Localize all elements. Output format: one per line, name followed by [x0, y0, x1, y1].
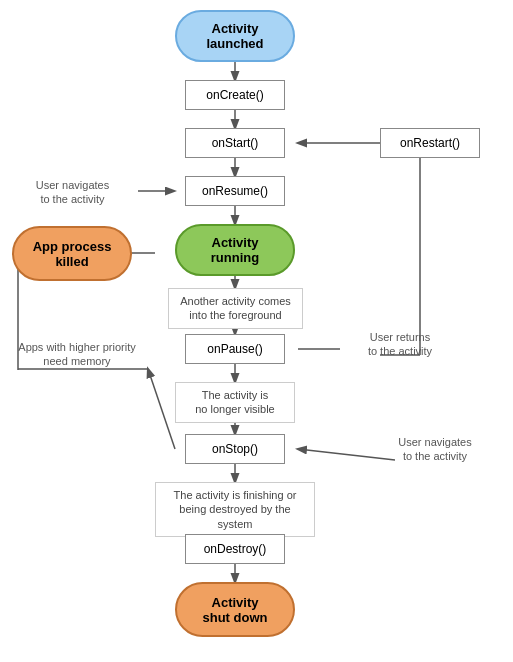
apps-priority-label: Apps with higher priority need memory	[2, 340, 152, 369]
user-returns-text: User returns to the activity	[368, 330, 432, 359]
activity-no-longer-visible-text: The activity is no longer visible	[175, 382, 295, 423]
apps-priority-text: Apps with higher priority need memory	[18, 340, 135, 369]
activity-shut-down-node: Activity shut down	[175, 582, 295, 637]
app-process-killed-node: App process killed	[12, 226, 132, 281]
svg-line-20	[148, 369, 175, 449]
on-destroy-label: onDestroy()	[204, 542, 267, 556]
on-restart-node: onRestart()	[380, 128, 480, 158]
user-navigates-top-text: User navigates to the activity	[36, 178, 109, 207]
activity-finishing-label: The activity is finishing or being destr…	[161, 488, 309, 531]
activity-launched-node: Activity launched	[175, 10, 295, 62]
activity-no-longer-visible-label: The activity is no longer visible	[195, 388, 275, 417]
on-create-label: onCreate()	[206, 88, 263, 102]
app-process-killed-label: App process killed	[33, 239, 112, 269]
on-restart-label: onRestart()	[400, 136, 460, 150]
on-resume-label: onResume()	[202, 184, 268, 198]
on-pause-label: onPause()	[207, 342, 262, 356]
activity-shut-down-label: Activity shut down	[203, 595, 268, 625]
activity-finishing-text: The activity is finishing or being destr…	[155, 482, 315, 537]
activity-running-node: Activity running	[175, 224, 295, 276]
on-pause-node: onPause()	[185, 334, 285, 364]
user-returns-label: User returns to the activity	[340, 330, 460, 359]
on-start-label: onStart()	[212, 136, 259, 150]
user-navigates-top-label: User navigates to the activity	[10, 178, 135, 207]
on-create-node: onCreate()	[185, 80, 285, 110]
activity-running-label: Activity running	[211, 235, 259, 265]
user-navigates-bottom-text: User navigates to the activity	[398, 435, 471, 464]
on-resume-node: onResume()	[185, 176, 285, 206]
another-activity-label: Another activity comes into the foregrou…	[180, 294, 291, 323]
on-stop-label: onStop()	[212, 442, 258, 456]
another-activity-text: Another activity comes into the foregrou…	[168, 288, 303, 329]
user-navigates-bottom-label: User navigates to the activity	[375, 435, 495, 464]
on-stop-node: onStop()	[185, 434, 285, 464]
activity-launched-label: Activity launched	[206, 21, 263, 51]
on-destroy-node: onDestroy()	[185, 534, 285, 564]
lifecycle-diagram: Activity launched onCreate() onStart() o…	[0, 0, 513, 662]
on-start-node: onStart()	[185, 128, 285, 158]
